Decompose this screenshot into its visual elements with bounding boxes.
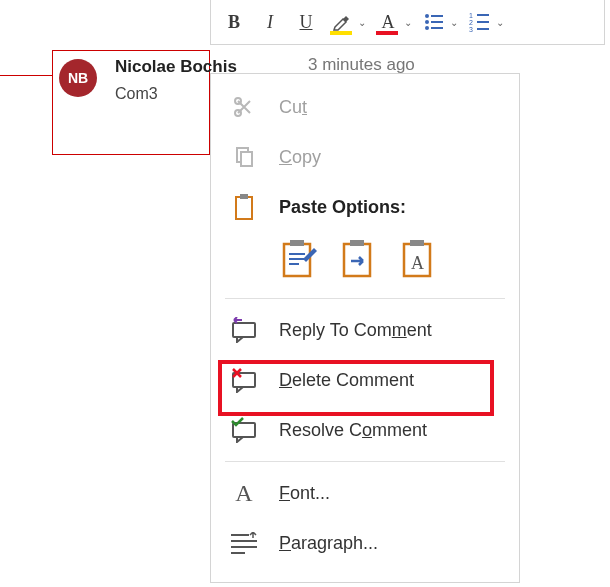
svg-rect-34 (231, 552, 245, 554)
clipboard-icon (229, 192, 259, 222)
paste-options-row: A (211, 232, 519, 292)
svg-rect-5 (431, 27, 443, 29)
numbering-icon: 1 2 3 (469, 11, 491, 33)
paragraph-icon (229, 528, 259, 558)
svg-rect-32 (231, 540, 257, 542)
menu-paste-options-header: Paste Options: (211, 182, 519, 232)
menu-cut-label: Cut (279, 97, 307, 118)
highlighter-icon (332, 12, 352, 32)
avatar: NB (59, 59, 97, 97)
svg-text:2: 2 (469, 19, 473, 26)
numbering-dropdown[interactable]: ⌄ (495, 7, 505, 37)
scissors-icon (229, 92, 259, 122)
reply-icon (229, 315, 259, 345)
font-color-button[interactable]: A (373, 7, 403, 37)
svg-rect-16 (236, 197, 252, 219)
mini-toolbar: B I U ⌄ A ⌄ ⌄ 1 2 3 (210, 0, 605, 45)
menu-separator (225, 461, 505, 462)
svg-rect-33 (231, 546, 257, 548)
svg-point-0 (425, 14, 429, 18)
menu-font[interactable]: A Font... (211, 468, 519, 518)
menu-reply-label: Reply To Comment (279, 320, 432, 341)
svg-rect-22 (289, 263, 299, 265)
svg-rect-24 (350, 240, 364, 246)
context-menu: Cut Copy Paste Options: A Reply To Comme… (210, 73, 520, 583)
svg-rect-1 (431, 15, 443, 17)
svg-rect-15 (241, 152, 252, 166)
font-icon: A (229, 478, 259, 508)
comment-body: Com3 (115, 85, 158, 103)
svg-rect-3 (431, 21, 443, 23)
bold-button[interactable]: B (219, 7, 249, 37)
svg-rect-28 (233, 323, 255, 337)
underline-button[interactable]: U (291, 7, 321, 37)
comment-connector-line (0, 75, 52, 76)
resolve-icon (229, 415, 259, 445)
menu-separator (225, 298, 505, 299)
svg-point-2 (425, 20, 429, 24)
svg-rect-7 (477, 14, 489, 16)
svg-rect-11 (477, 28, 489, 30)
svg-rect-31 (231, 534, 249, 536)
menu-resolve-label: Resolve Comment (279, 420, 427, 441)
svg-rect-17 (240, 194, 248, 199)
menu-delete-comment[interactable]: Delete Comment (211, 355, 519, 405)
comment-card[interactable]: NB Nicolae Bochis Com3 (52, 50, 210, 155)
paste-keep-formatting[interactable] (277, 236, 321, 282)
highlight-button[interactable] (327, 7, 357, 37)
menu-copy: Copy (211, 132, 519, 182)
font-color-dropdown[interactable]: ⌄ (403, 7, 413, 37)
menu-paragraph[interactable]: Paragraph... (211, 518, 519, 568)
paste-merge-formatting[interactable] (337, 236, 381, 282)
numbering-button[interactable]: 1 2 3 (465, 7, 495, 37)
menu-copy-label: Copy (279, 147, 321, 168)
svg-rect-21 (289, 258, 305, 260)
menu-resolve-comment[interactable]: Resolve Comment (211, 405, 519, 455)
svg-point-4 (425, 26, 429, 30)
svg-rect-20 (289, 253, 305, 255)
svg-rect-26 (410, 240, 424, 246)
bullets-dropdown[interactable]: ⌄ (449, 7, 459, 37)
svg-rect-19 (290, 240, 304, 246)
menu-reply-to-comment[interactable]: Reply To Comment (211, 305, 519, 355)
menu-font-label: Font... (279, 483, 330, 504)
delete-comment-icon (229, 365, 259, 395)
copy-icon (229, 142, 259, 172)
svg-text:1: 1 (469, 12, 473, 19)
svg-text:A: A (411, 253, 424, 273)
bullets-icon (423, 11, 445, 33)
svg-rect-9 (477, 21, 489, 23)
bullets-button[interactable] (419, 7, 449, 37)
paste-text-only[interactable]: A (397, 236, 441, 282)
highlight-dropdown[interactable]: ⌄ (357, 7, 367, 37)
svg-text:3: 3 (469, 26, 473, 33)
paste-options-label: Paste Options: (279, 197, 406, 218)
menu-delete-label: Delete Comment (279, 370, 414, 391)
comment-timestamp: 3 minutes ago (308, 55, 415, 75)
menu-cut: Cut (211, 82, 519, 132)
menu-paragraph-label: Paragraph... (279, 533, 378, 554)
italic-button[interactable]: I (255, 7, 285, 37)
